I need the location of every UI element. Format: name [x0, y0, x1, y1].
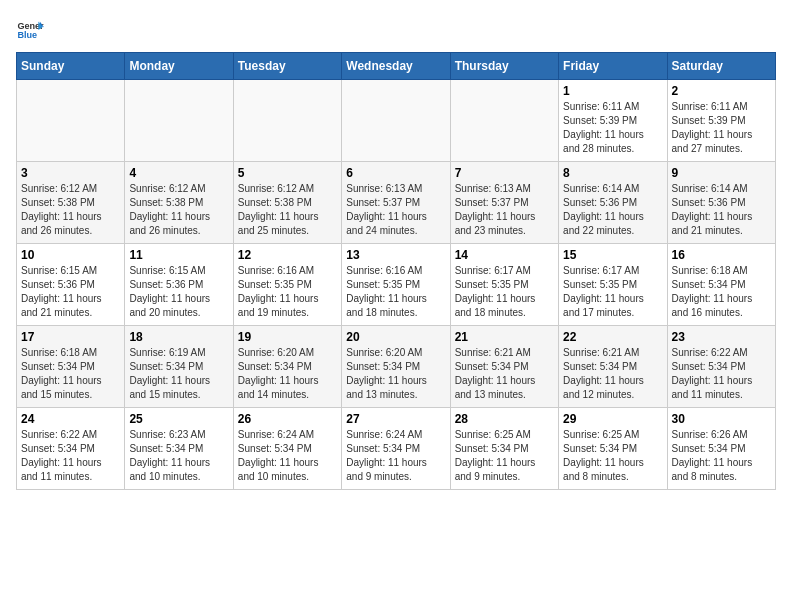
calendar-cell: 3Sunrise: 6:12 AM Sunset: 5:38 PM Daylig…: [17, 162, 125, 244]
day-info: Sunrise: 6:18 AM Sunset: 5:34 PM Dayligh…: [672, 264, 771, 320]
week-row-5: 24Sunrise: 6:22 AM Sunset: 5:34 PM Dayli…: [17, 408, 776, 490]
day-number: 14: [455, 248, 554, 262]
day-number: 28: [455, 412, 554, 426]
calendar-cell: 16Sunrise: 6:18 AM Sunset: 5:34 PM Dayli…: [667, 244, 775, 326]
calendar-cell: 20Sunrise: 6:20 AM Sunset: 5:34 PM Dayli…: [342, 326, 450, 408]
day-info: Sunrise: 6:12 AM Sunset: 5:38 PM Dayligh…: [238, 182, 337, 238]
calendar-cell: 12Sunrise: 6:16 AM Sunset: 5:35 PM Dayli…: [233, 244, 341, 326]
calendar-cell: 24Sunrise: 6:22 AM Sunset: 5:34 PM Dayli…: [17, 408, 125, 490]
week-row-2: 3Sunrise: 6:12 AM Sunset: 5:38 PM Daylig…: [17, 162, 776, 244]
day-number: 23: [672, 330, 771, 344]
weekday-header-friday: Friday: [559, 53, 667, 80]
week-row-3: 10Sunrise: 6:15 AM Sunset: 5:36 PM Dayli…: [17, 244, 776, 326]
day-info: Sunrise: 6:16 AM Sunset: 5:35 PM Dayligh…: [346, 264, 445, 320]
day-info: Sunrise: 6:22 AM Sunset: 5:34 PM Dayligh…: [21, 428, 120, 484]
day-info: Sunrise: 6:22 AM Sunset: 5:34 PM Dayligh…: [672, 346, 771, 402]
logo: General Blue: [16, 16, 48, 44]
day-info: Sunrise: 6:14 AM Sunset: 5:36 PM Dayligh…: [672, 182, 771, 238]
day-info: Sunrise: 6:24 AM Sunset: 5:34 PM Dayligh…: [346, 428, 445, 484]
day-info: Sunrise: 6:15 AM Sunset: 5:36 PM Dayligh…: [21, 264, 120, 320]
day-info: Sunrise: 6:13 AM Sunset: 5:37 PM Dayligh…: [455, 182, 554, 238]
day-number: 4: [129, 166, 228, 180]
weekday-header-saturday: Saturday: [667, 53, 775, 80]
calendar-body: 1Sunrise: 6:11 AM Sunset: 5:39 PM Daylig…: [17, 80, 776, 490]
weekday-header-tuesday: Tuesday: [233, 53, 341, 80]
calendar-cell: [342, 80, 450, 162]
logo-icon: General Blue: [16, 16, 44, 44]
calendar-cell: [125, 80, 233, 162]
day-number: 7: [455, 166, 554, 180]
day-info: Sunrise: 6:20 AM Sunset: 5:34 PM Dayligh…: [238, 346, 337, 402]
calendar-cell: 2Sunrise: 6:11 AM Sunset: 5:39 PM Daylig…: [667, 80, 775, 162]
day-info: Sunrise: 6:11 AM Sunset: 5:39 PM Dayligh…: [672, 100, 771, 156]
calendar-cell: 22Sunrise: 6:21 AM Sunset: 5:34 PM Dayli…: [559, 326, 667, 408]
calendar-cell: [17, 80, 125, 162]
weekday-header-monday: Monday: [125, 53, 233, 80]
day-number: 3: [21, 166, 120, 180]
calendar-cell: 19Sunrise: 6:20 AM Sunset: 5:34 PM Dayli…: [233, 326, 341, 408]
calendar-cell: 30Sunrise: 6:26 AM Sunset: 5:34 PM Dayli…: [667, 408, 775, 490]
day-number: 12: [238, 248, 337, 262]
day-number: 11: [129, 248, 228, 262]
day-number: 1: [563, 84, 662, 98]
calendar-cell: 14Sunrise: 6:17 AM Sunset: 5:35 PM Dayli…: [450, 244, 558, 326]
day-number: 2: [672, 84, 771, 98]
day-number: 27: [346, 412, 445, 426]
calendar-cell: 28Sunrise: 6:25 AM Sunset: 5:34 PM Dayli…: [450, 408, 558, 490]
calendar-cell: 10Sunrise: 6:15 AM Sunset: 5:36 PM Dayli…: [17, 244, 125, 326]
calendar-cell: 26Sunrise: 6:24 AM Sunset: 5:34 PM Dayli…: [233, 408, 341, 490]
day-number: 29: [563, 412, 662, 426]
day-info: Sunrise: 6:18 AM Sunset: 5:34 PM Dayligh…: [21, 346, 120, 402]
calendar-cell: 13Sunrise: 6:16 AM Sunset: 5:35 PM Dayli…: [342, 244, 450, 326]
day-info: Sunrise: 6:19 AM Sunset: 5:34 PM Dayligh…: [129, 346, 228, 402]
day-number: 19: [238, 330, 337, 344]
day-info: Sunrise: 6:21 AM Sunset: 5:34 PM Dayligh…: [563, 346, 662, 402]
day-info: Sunrise: 6:17 AM Sunset: 5:35 PM Dayligh…: [563, 264, 662, 320]
calendar-cell: 21Sunrise: 6:21 AM Sunset: 5:34 PM Dayli…: [450, 326, 558, 408]
calendar-cell: 6Sunrise: 6:13 AM Sunset: 5:37 PM Daylig…: [342, 162, 450, 244]
day-info: Sunrise: 6:21 AM Sunset: 5:34 PM Dayligh…: [455, 346, 554, 402]
calendar-table: SundayMondayTuesdayWednesdayThursdayFrid…: [16, 52, 776, 490]
day-info: Sunrise: 6:12 AM Sunset: 5:38 PM Dayligh…: [129, 182, 228, 238]
weekday-header-wednesday: Wednesday: [342, 53, 450, 80]
calendar-cell: 7Sunrise: 6:13 AM Sunset: 5:37 PM Daylig…: [450, 162, 558, 244]
calendar-cell: 15Sunrise: 6:17 AM Sunset: 5:35 PM Dayli…: [559, 244, 667, 326]
day-number: 25: [129, 412, 228, 426]
calendar-cell: 5Sunrise: 6:12 AM Sunset: 5:38 PM Daylig…: [233, 162, 341, 244]
day-number: 13: [346, 248, 445, 262]
day-number: 24: [21, 412, 120, 426]
page-header: General Blue: [16, 16, 776, 44]
calendar-cell: 11Sunrise: 6:15 AM Sunset: 5:36 PM Dayli…: [125, 244, 233, 326]
day-info: Sunrise: 6:15 AM Sunset: 5:36 PM Dayligh…: [129, 264, 228, 320]
calendar-cell: 27Sunrise: 6:24 AM Sunset: 5:34 PM Dayli…: [342, 408, 450, 490]
day-number: 16: [672, 248, 771, 262]
day-info: Sunrise: 6:23 AM Sunset: 5:34 PM Dayligh…: [129, 428, 228, 484]
day-info: Sunrise: 6:17 AM Sunset: 5:35 PM Dayligh…: [455, 264, 554, 320]
calendar-cell: 17Sunrise: 6:18 AM Sunset: 5:34 PM Dayli…: [17, 326, 125, 408]
day-number: 10: [21, 248, 120, 262]
day-info: Sunrise: 6:25 AM Sunset: 5:34 PM Dayligh…: [455, 428, 554, 484]
calendar-cell: 4Sunrise: 6:12 AM Sunset: 5:38 PM Daylig…: [125, 162, 233, 244]
day-number: 5: [238, 166, 337, 180]
day-number: 17: [21, 330, 120, 344]
week-row-1: 1Sunrise: 6:11 AM Sunset: 5:39 PM Daylig…: [17, 80, 776, 162]
calendar-cell: 1Sunrise: 6:11 AM Sunset: 5:39 PM Daylig…: [559, 80, 667, 162]
weekday-row: SundayMondayTuesdayWednesdayThursdayFrid…: [17, 53, 776, 80]
day-info: Sunrise: 6:13 AM Sunset: 5:37 PM Dayligh…: [346, 182, 445, 238]
day-info: Sunrise: 6:24 AM Sunset: 5:34 PM Dayligh…: [238, 428, 337, 484]
calendar-cell: [233, 80, 341, 162]
calendar-header: SundayMondayTuesdayWednesdayThursdayFrid…: [17, 53, 776, 80]
day-number: 6: [346, 166, 445, 180]
week-row-4: 17Sunrise: 6:18 AM Sunset: 5:34 PM Dayli…: [17, 326, 776, 408]
weekday-header-sunday: Sunday: [17, 53, 125, 80]
calendar-cell: 23Sunrise: 6:22 AM Sunset: 5:34 PM Dayli…: [667, 326, 775, 408]
svg-text:Blue: Blue: [17, 30, 37, 40]
day-number: 8: [563, 166, 662, 180]
day-info: Sunrise: 6:16 AM Sunset: 5:35 PM Dayligh…: [238, 264, 337, 320]
day-info: Sunrise: 6:14 AM Sunset: 5:36 PM Dayligh…: [563, 182, 662, 238]
calendar-cell: 29Sunrise: 6:25 AM Sunset: 5:34 PM Dayli…: [559, 408, 667, 490]
day-number: 30: [672, 412, 771, 426]
day-info: Sunrise: 6:20 AM Sunset: 5:34 PM Dayligh…: [346, 346, 445, 402]
day-info: Sunrise: 6:26 AM Sunset: 5:34 PM Dayligh…: [672, 428, 771, 484]
day-number: 26: [238, 412, 337, 426]
